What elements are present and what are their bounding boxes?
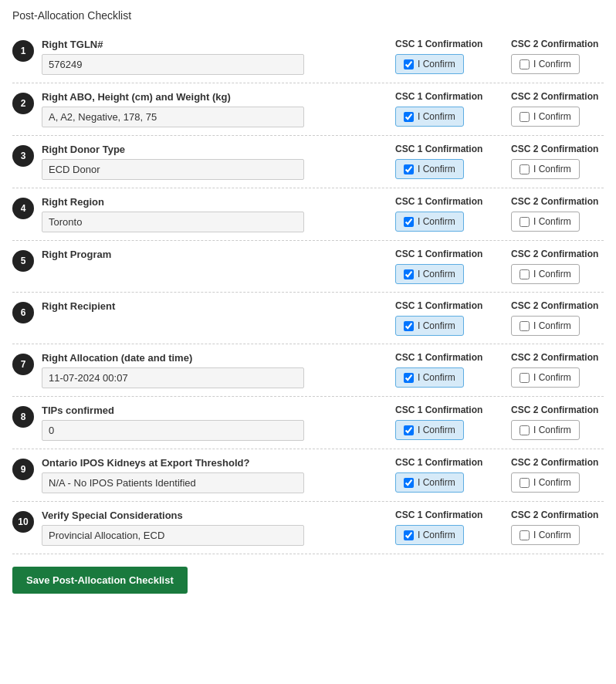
csc2-confirm-label: I Confirm (533, 530, 571, 540)
csc1-confirm-button[interactable]: I Confirm (395, 264, 464, 284)
confirmation-groups: CSC 1 ConfirmationI ConfirmCSC 2 Confirm… (395, 39, 604, 74)
csc1-checkbox[interactable] (404, 217, 414, 227)
csc2-checkbox[interactable] (520, 321, 530, 331)
csc2-confirm-group: CSC 2 ConfirmationI Confirm (511, 300, 604, 336)
csc1-confirm-button[interactable]: I Confirm (395, 212, 464, 232)
csc2-header: CSC 2 Confirmation (511, 352, 598, 363)
csc2-checkbox[interactable] (520, 478, 530, 488)
checklist-container: 1Right TGLN#CSC 1 ConfirmationI ConfirmC… (12, 31, 604, 554)
csc2-confirm-label: I Confirm (533, 269, 571, 279)
csc1-checkbox[interactable] (404, 164, 414, 174)
row-content: Right Program (42, 249, 388, 264)
checklist-row: 7Right Allocation (date and time)CSC 1 C… (12, 344, 604, 397)
csc1-checkbox[interactable] (404, 321, 414, 331)
csc2-confirm-button[interactable]: I Confirm (511, 212, 580, 232)
csc2-header: CSC 2 Confirmation (511, 300, 598, 311)
csc1-confirm-group: CSC 1 ConfirmationI Confirm (395, 249, 488, 284)
row-label: Right ABO, Height (cm) and Weight (kg) (42, 91, 388, 103)
row-value-input[interactable] (42, 525, 304, 546)
row-content: Right Allocation (date and time) (42, 352, 388, 388)
csc1-checkbox[interactable] (404, 530, 414, 540)
confirmation-groups: CSC 1 ConfirmationI ConfirmCSC 2 Confirm… (395, 300, 604, 336)
csc1-checkbox[interactable] (404, 425, 414, 435)
csc1-confirm-button[interactable]: I Confirm (395, 159, 464, 179)
csc2-confirm-label: I Confirm (533, 372, 571, 383)
csc2-checkbox[interactable] (520, 373, 530, 383)
csc2-confirm-group: CSC 2 ConfirmationI Confirm (511, 249, 604, 284)
row-number: 4 (12, 198, 34, 219)
checklist-row: 5Right ProgramCSC 1 ConfirmationI Confir… (12, 241, 604, 293)
csc1-confirm-button[interactable]: I Confirm (395, 367, 464, 388)
row-label: Right Region (42, 196, 388, 208)
csc1-checkbox[interactable] (404, 112, 414, 122)
csc1-header: CSC 1 Confirmation (395, 39, 482, 49)
csc1-confirm-button[interactable]: I Confirm (395, 316, 464, 336)
csc2-checkbox[interactable] (520, 425, 530, 435)
csc2-confirm-button[interactable]: I Confirm (511, 159, 580, 179)
csc2-checkbox[interactable] (520, 112, 530, 122)
row-content: Verify Special Considerations (42, 510, 388, 546)
save-checklist-button[interactable]: Save Post-Allocation Checklist (12, 567, 188, 594)
csc1-confirm-group: CSC 1 ConfirmationI Confirm (395, 405, 488, 440)
csc1-checkbox[interactable] (404, 59, 414, 69)
confirmation-groups: CSC 1 ConfirmationI ConfirmCSC 2 Confirm… (395, 510, 604, 545)
row-number: 10 (12, 511, 34, 533)
csc1-confirm-label: I Confirm (418, 320, 455, 331)
csc2-confirm-label: I Confirm (533, 320, 571, 331)
csc2-confirm-group: CSC 2 ConfirmationI Confirm (511, 91, 604, 127)
confirmation-groups: CSC 1 ConfirmationI ConfirmCSC 2 Confirm… (395, 249, 604, 284)
csc2-confirm-button[interactable]: I Confirm (511, 420, 580, 440)
row-value-input[interactable] (42, 159, 304, 180)
csc2-checkbox[interactable] (520, 269, 530, 279)
row-value-input[interactable] (42, 107, 304, 127)
row-label: Right Allocation (date and time) (42, 352, 388, 364)
csc2-checkbox[interactable] (520, 530, 530, 540)
csc1-confirm-button[interactable]: I Confirm (395, 472, 464, 493)
csc1-confirm-label: I Confirm (418, 269, 455, 279)
csc2-confirm-button[interactable]: I Confirm (511, 367, 580, 388)
csc1-checkbox[interactable] (404, 373, 414, 383)
row-content: TIPs confirmed (42, 405, 388, 441)
csc1-confirm-label: I Confirm (418, 372, 455, 383)
csc1-checkbox[interactable] (404, 269, 414, 279)
checklist-row: 9Ontario IPOS Kidneys at Export Threshol… (12, 449, 604, 502)
csc1-header: CSC 1 Confirmation (395, 457, 482, 468)
page-title: Post-Allocation Checklist (12, 9, 604, 22)
row-value-input[interactable] (42, 367, 304, 388)
csc2-confirm-button[interactable]: I Confirm (511, 264, 580, 284)
csc1-confirm-group: CSC 1 ConfirmationI Confirm (395, 352, 488, 388)
csc2-header: CSC 2 Confirmation (511, 91, 598, 102)
csc2-checkbox[interactable] (520, 164, 530, 174)
csc2-confirm-button[interactable]: I Confirm (511, 316, 580, 336)
row-label: Right Recipient (42, 300, 388, 312)
csc1-header: CSC 1 Confirmation (395, 405, 482, 415)
csc2-confirm-button[interactable]: I Confirm (511, 54, 580, 74)
csc1-header: CSC 1 Confirmation (395, 352, 482, 363)
csc2-confirm-button[interactable]: I Confirm (511, 525, 580, 545)
row-number: 8 (12, 406, 34, 428)
csc1-checkbox[interactable] (404, 478, 414, 488)
csc2-checkbox[interactable] (520, 59, 530, 69)
row-value-input[interactable] (42, 472, 304, 493)
csc1-confirm-button[interactable]: I Confirm (395, 107, 464, 127)
confirmation-groups: CSC 1 ConfirmationI ConfirmCSC 2 Confirm… (395, 196, 604, 232)
csc1-confirm-group: CSC 1 ConfirmationI Confirm (395, 457, 488, 493)
csc1-confirm-label: I Confirm (418, 425, 455, 435)
row-value-input[interactable] (42, 420, 304, 441)
csc1-confirm-button[interactable]: I Confirm (395, 54, 464, 74)
row-content: Ontario IPOS Kidneys at Export Threshold… (42, 457, 388, 493)
csc2-confirm-group: CSC 2 ConfirmationI Confirm (511, 196, 604, 232)
row-value-input[interactable] (42, 212, 304, 232)
csc2-confirm-button[interactable]: I Confirm (511, 107, 580, 127)
row-value-input[interactable] (42, 54, 304, 75)
csc1-confirm-group: CSC 1 ConfirmationI Confirm (395, 144, 488, 179)
row-number: 7 (12, 354, 34, 375)
csc2-confirm-group: CSC 2 ConfirmationI Confirm (511, 352, 604, 388)
csc1-confirm-button[interactable]: I Confirm (395, 420, 464, 440)
csc2-confirm-group: CSC 2 ConfirmationI Confirm (511, 457, 604, 493)
csc1-confirm-button[interactable]: I Confirm (395, 525, 464, 545)
csc2-confirm-label: I Confirm (533, 164, 571, 174)
csc2-checkbox[interactable] (520, 217, 530, 227)
csc2-confirm-button[interactable]: I Confirm (511, 472, 580, 493)
csc1-confirm-group: CSC 1 ConfirmationI Confirm (395, 300, 488, 336)
